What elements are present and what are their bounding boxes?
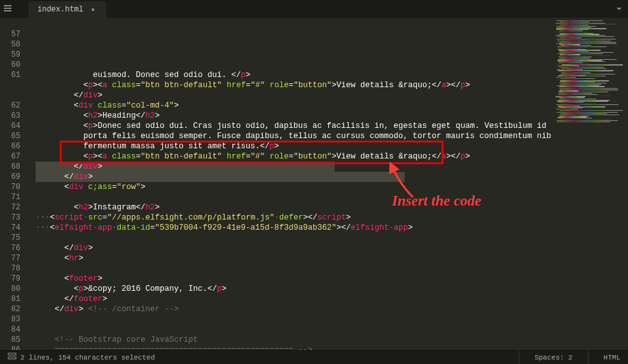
fold-column <box>27 18 36 350</box>
line-number: 65 <box>0 131 20 141</box>
code-line[interactable]: <div class="col-md-4"> <box>36 101 552 111</box>
line-number: 82 <box>0 304 20 314</box>
line-number: 84 <box>0 325 20 335</box>
line-number: 59 <box>0 50 20 60</box>
line-number: 64 <box>0 121 20 131</box>
code-line[interactable]: </div> <box>36 90 552 101</box>
tab-bar: index.html ● <box>0 0 628 18</box>
code-line[interactable]: </div> <box>36 172 552 182</box>
code-line[interactable]: <p><a class="btn btn-default" href="#" r… <box>36 151 552 162</box>
code-line[interactable]: <p><a class="btn btn-default" href="#" r… <box>36 80 552 90</box>
line-number: 80 <box>0 284 20 294</box>
annotation-arrow <box>384 159 422 204</box>
code-line[interactable]: </div> <box>36 162 552 172</box>
code-line[interactable]: ========================================… <box>36 345 552 350</box>
line-number <box>0 90 20 101</box>
code-line[interactable]: <!-- Bootstrap core JavaScript <box>36 335 552 345</box>
code-line[interactable] <box>36 314 552 325</box>
line-number <box>0 19 20 29</box>
line-number: 57 <box>0 29 20 39</box>
editor-area: 5758596061 62636465666768697071727374757… <box>0 18 628 350</box>
svg-rect-0 <box>4 5 11 6</box>
code-line[interactable]: </footer> <box>36 294 552 304</box>
code-line[interactable]: porta felis euismod semper. Fusce dapibu… <box>36 131 552 141</box>
line-number: 62 <box>0 101 20 111</box>
line-number: 63 <box>0 111 20 121</box>
code-line[interactable]: <hr> <box>36 253 552 263</box>
status-spaces[interactable]: Spaces: 2 <box>534 354 572 361</box>
code-line[interactable] <box>36 233 552 243</box>
line-number: 81 <box>0 294 20 304</box>
status-selection: 2 lines, 154 characters selected <box>20 354 155 361</box>
line-number: 60 <box>0 60 20 70</box>
status-divider <box>519 351 519 365</box>
tab-filename: index.html <box>38 5 83 14</box>
line-number: 85 <box>0 335 20 345</box>
line-number: 66 <box>0 141 20 151</box>
line-number: 68 <box>0 162 20 172</box>
code-line[interactable]: </div> <!-- /container --> <box>36 304 552 314</box>
line-number: 78 <box>0 263 20 274</box>
code-line[interactable]: <footer> <box>36 274 552 284</box>
svg-rect-3 <box>8 353 16 355</box>
line-number: 72 <box>0 202 20 213</box>
code-line[interactable] <box>36 325 552 335</box>
code-line[interactable]: <p>&copy; 2016 Company, Inc.</p> <box>36 284 552 294</box>
line-number: 67 <box>0 151 20 162</box>
line-number: 61 <box>0 70 20 80</box>
line-number: 77 <box>0 253 20 263</box>
line-number: 79 <box>0 274 20 284</box>
menu-icon[interactable] <box>3 4 12 15</box>
line-number: 69 <box>0 172 20 182</box>
tab-modified-indicator: ● <box>91 6 95 13</box>
code-line[interactable] <box>36 263 552 274</box>
svg-rect-1 <box>4 8 11 9</box>
status-divider <box>588 351 589 365</box>
tab-dropdown-icon[interactable] <box>615 5 623 15</box>
code-line[interactable]: ···<elfsight-app·data-id="539b7004-f929-… <box>36 223 552 233</box>
code-line[interactable]: fermentum massa justo sit amet risus.</p… <box>36 141 552 151</box>
status-syntax[interactable]: HTML <box>604 354 620 361</box>
line-number: 74 <box>0 223 20 233</box>
code-line[interactable]: euismod. Donec sed odio dui. </p> <box>36 70 552 80</box>
line-number: 76 <box>0 243 20 253</box>
line-number: 75 <box>0 233 20 243</box>
code-line[interactable]: <div c;ass="row"> <box>36 182 552 192</box>
line-number: 70 <box>0 182 20 192</box>
code-line[interactable]: <p>Donec sed odio dui. Cras justo odio, … <box>36 121 552 131</box>
line-number: 71 <box>0 192 20 202</box>
line-number-gutter: 5758596061 62636465666768697071727374757… <box>0 18 27 350</box>
minimap[interactable] <box>552 18 628 350</box>
status-bar: 2 lines, 154 characters selected Spaces:… <box>0 350 628 364</box>
code-line[interactable]: ···<script·src="//apps.elfsight.com/p/pl… <box>36 213 552 223</box>
selection-indicator-icon <box>8 353 17 362</box>
code-line[interactable]: <h2>Heading</h2> <box>36 111 552 121</box>
line-number: 58 <box>0 39 20 50</box>
svg-rect-4 <box>8 357 16 359</box>
code-line[interactable]: </div> <box>36 243 552 253</box>
line-number: 73 <box>0 213 20 223</box>
line-number: 83 <box>0 314 20 325</box>
file-tab[interactable]: index.html ● <box>29 1 106 18</box>
line-number <box>0 80 20 90</box>
code-content[interactable]: Insert the code euismod. Donec sed odio … <box>36 18 552 350</box>
svg-rect-2 <box>4 10 11 11</box>
